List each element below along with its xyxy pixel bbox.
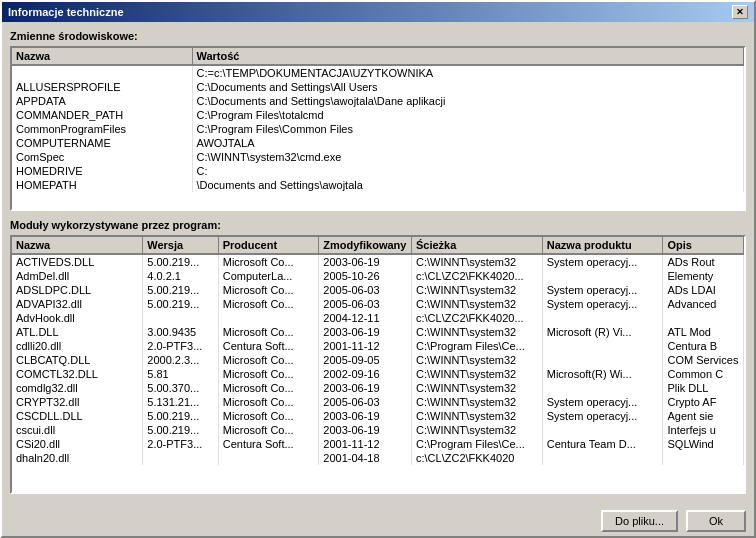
title-bar: Informacje techniczne ✕ (2, 2, 754, 22)
table-row[interactable]: C:=c:\TEMP\DOKUMENTACJA\UZYTKOWNIKA (12, 65, 744, 80)
modules-list-container: NazwaWersjaProducentZmodyfikowanyŚcieżka… (10, 235, 746, 494)
modules-col-wersja: Wersja (143, 237, 218, 254)
do-pliku-button[interactable]: Do pliku... (601, 510, 678, 532)
window-title: Informacje techniczne (8, 6, 124, 18)
table-row[interactable]: CSCDLL.DLL5.00.219...Microsoft Co...2003… (12, 409, 744, 423)
close-button[interactable]: ✕ (732, 5, 748, 19)
modules-col-producent: Producent (218, 237, 319, 254)
table-row[interactable]: ATL.DLL3.00.9435Microsoft Co...2003-06-1… (12, 325, 744, 339)
modules-table: NazwaWersjaProducentZmodyfikowanyŚcieżka… (12, 237, 744, 465)
table-row[interactable]: CLBCATQ.DLL2000.2.3...Microsoft Co...200… (12, 353, 744, 367)
table-row[interactable]: HOMEPATH\Documents and Settings\awojtala (12, 178, 744, 192)
table-row[interactable]: CRYPT32.dll5.131.21...Microsoft Co...200… (12, 395, 744, 409)
table-row[interactable]: cscui.dll5.00.219...Microsoft Co...2003-… (12, 423, 744, 437)
env-table-wrapper[interactable]: Nazwa Wartość C:=c:\TEMP\DOKUMENTACJA\UZ… (12, 48, 744, 209)
table-row[interactable]: APPDATAC:\Documents and Settings\awojtal… (12, 94, 744, 108)
modules-col-cieka: Ścieżka (411, 237, 542, 254)
env-section-label: Zmienne środowiskowe: (10, 30, 746, 42)
env-table: Nazwa Wartość C:=c:\TEMP\DOKUMENTACJA\UZ… (12, 48, 744, 192)
main-window: Informacje techniczne ✕ Zmienne środowis… (0, 0, 756, 538)
table-row[interactable]: COMMANDER_PATHC:\Program Files\totalcmd (12, 108, 744, 122)
modules-section-label: Moduły wykorzystywane przez program: (10, 219, 746, 231)
modules-section: Moduły wykorzystywane przez program: Naz… (10, 219, 746, 494)
ok-button[interactable]: Ok (686, 510, 746, 532)
table-row[interactable]: HOMEDRIVEC: (12, 164, 744, 178)
table-row[interactable]: ComSpecC:\WINNT\system32\cmd.exe (12, 150, 744, 164)
table-row[interactable]: CSi20.dll2.0-PTF3...Centura Soft...2001-… (12, 437, 744, 451)
env-list-container: Nazwa Wartość C:=c:\TEMP\DOKUMENTACJA\UZ… (10, 46, 746, 211)
table-row[interactable]: ADSLDPC.DLL5.00.219...Microsoft Co...200… (12, 283, 744, 297)
modules-col-opis: Opis (663, 237, 744, 254)
modules-col-zmodyfikowany: Zmodyfikowany (319, 237, 412, 254)
env-col-value: Wartość (192, 48, 744, 65)
table-row[interactable]: cdlli20.dll2.0-PTF3...Centura Soft...200… (12, 339, 744, 353)
table-row[interactable]: ALLUSERSPROFILEC:\Documents and Settings… (12, 80, 744, 94)
content-area: Zmienne środowiskowe: Nazwa Wartość C:=c… (2, 22, 754, 502)
modules-table-wrapper[interactable]: NazwaWersjaProducentZmodyfikowanyŚcieżka… (12, 237, 744, 492)
table-row[interactable]: ADVAPI32.dll5.00.219...Microsoft Co...20… (12, 297, 744, 311)
modules-col-nazwaproduktu: Nazwa produktu (542, 237, 663, 254)
table-row[interactable]: CommonProgramFilesC:\Program Files\Commo… (12, 122, 744, 136)
env-col-name: Nazwa (12, 48, 192, 65)
table-row[interactable]: ACTIVEDS.DLL5.00.219...Microsoft Co...20… (12, 254, 744, 269)
table-row[interactable]: comdlg32.dll5.00.370...Microsoft Co...20… (12, 381, 744, 395)
table-row[interactable]: COMPUTERNAMEAWOJTALA (12, 136, 744, 150)
table-row[interactable]: dhaln20.dll2001-04-18c:\CL\ZC2\FKK4020 (12, 451, 744, 465)
footer: Do pliku... Ok (2, 502, 754, 536)
table-row[interactable]: COMCTL32.DLL5.81Microsoft Co...2002-09-1… (12, 367, 744, 381)
table-row[interactable]: AdmDel.dll4.0.2.1ComputerLa...2005-10-26… (12, 269, 744, 283)
table-row[interactable]: AdvHook.dll2004-12-11c:\CL\ZC2\FKK4020..… (12, 311, 744, 325)
modules-col-nazwa: Nazwa (12, 237, 143, 254)
title-bar-buttons: ✕ (732, 5, 748, 19)
